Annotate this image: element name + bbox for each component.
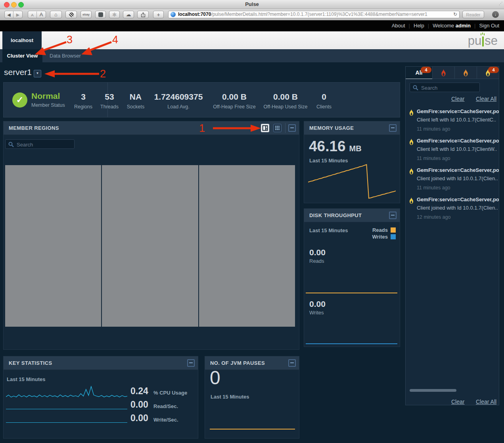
legend-writes: Writes	[372, 233, 396, 240]
cpu-usage-value: 0.24	[130, 386, 148, 397]
flame-yellow-icon	[409, 197, 414, 204]
reader-label: Reader	[466, 12, 480, 17]
back-button[interactable]: ◀	[5, 11, 13, 18]
writes-per-sec-value: 0.00	[130, 413, 148, 424]
notification-desc: Client left with Id 10.0.1.7(ClientW..	[417, 146, 498, 152]
grid-view-button[interactable]	[273, 124, 282, 132]
jvm-pauses-value: 0	[210, 367, 220, 389]
grid-icon	[275, 125, 280, 131]
notification-time: 11 minutes ago	[417, 126, 450, 132]
memory-usage-header: MEMORY USAGE	[304, 121, 400, 135]
window-title: Pulse	[0, 0, 504, 9]
notification-item[interactable]: GemFire:service=CacheServer,port=404 Cli…	[406, 138, 499, 161]
evernote-button[interactable]	[95, 11, 106, 18]
status-ok-icon: ✓	[12, 92, 27, 108]
annotation-label-4: 4	[112, 34, 118, 46]
browser-toolbar: ◀▶ AA ⌂ ebay ✱ ☁ + localhost:7070/pulse/…	[0, 9, 504, 21]
memory-usage-chart	[308, 163, 396, 200]
stat-threads: 53Threads	[100, 92, 119, 110]
notification-time: 11 minutes ago	[417, 156, 450, 161]
app-topbar: About|Help|Welcome admin|Sign Out	[0, 20, 504, 31]
downloads-button[interactable]: ↓	[492, 11, 499, 18]
host-tab-localhost[interactable]: localhost	[2, 31, 42, 49]
tab-cluster-view[interactable]: Cluster View	[2, 49, 42, 62]
reader-button[interactable]: Reader	[462, 11, 484, 18]
clear-all-link-bottom[interactable]: Clear All	[476, 399, 496, 405]
text-larger-button[interactable]: A	[37, 11, 46, 18]
divider: |	[409, 23, 410, 29]
collapse-key-statistics-button[interactable]	[187, 359, 195, 367]
region-block[interactable]	[5, 165, 101, 327]
notifications-tab-severe[interactable]	[432, 67, 454, 79]
collapse-member-regions-button[interactable]	[288, 124, 296, 132]
collapse-memory-usage-button[interactable]	[389, 124, 397, 132]
divider: |	[428, 23, 429, 29]
stat-offheap-used: 0.00 BOff-Heap Used Size	[264, 92, 308, 110]
reads-per-sec-sparkline	[6, 409, 127, 409]
notification-time: 11 minutes ago	[417, 185, 450, 191]
disk-throughput-header: DISK THROUGHPUT	[304, 209, 400, 222]
stat-sockets: NASockets	[127, 92, 144, 110]
collapse-disk-throughput-button[interactable]	[389, 212, 397, 219]
share-button[interactable]	[137, 11, 149, 18]
divider	[285, 123, 286, 133]
notifications-tab-error[interactable]	[454, 67, 477, 79]
snapback-button[interactable]: ✱	[109, 11, 120, 18]
notification-tabs: All	[406, 67, 499, 79]
notification-desc: Client joined with Id 10.0.1.7(Clien..	[417, 205, 498, 211]
address-bar[interactable]: localhost:7070/pulse/MemberDetails.html?…	[168, 11, 460, 18]
notification-time: 12 minutes ago	[417, 214, 450, 220]
disk-reads-chart-line	[306, 293, 397, 293]
disk-reads-label: Reads	[309, 258, 324, 264]
reads-per-sec-value: 0.00	[130, 399, 148, 410]
clear-link-bottom[interactable]: Clear	[451, 399, 464, 405]
ebay-button[interactable]: ebay	[80, 11, 92, 18]
notification-title: GemFire:service=CacheServer,port=404	[417, 196, 499, 202]
window-resize-icon[interactable]: ⋰	[499, 1, 502, 6]
disk-throughput-subtitle: Last 15 Minutes	[309, 227, 348, 233]
tab-data-browser[interactable]: Data Browser	[50, 49, 81, 62]
flame-yellow-icon	[409, 109, 414, 116]
member-name: server1	[4, 67, 32, 77]
new-tab-button[interactable]: +	[153, 11, 164, 18]
extension-button[interactable]	[65, 11, 77, 18]
treemap-view-button[interactable]	[261, 124, 269, 132]
collapse-jvm-pauses-button[interactable]	[288, 359, 296, 367]
member-dropdown-button[interactable]: ▼	[34, 70, 41, 77]
clear-link-top[interactable]: Clear	[451, 96, 464, 102]
regions-search-input[interactable]	[16, 140, 73, 149]
search-icon	[8, 142, 14, 147]
username: admin	[456, 23, 471, 29]
forward-button[interactable]: ▶	[13, 11, 22, 18]
icloud-button[interactable]: ☁	[123, 11, 134, 18]
stat-offheap-free: 0.00 BOff-Heap Free Size	[213, 92, 255, 110]
about-link[interactable]: About	[392, 23, 405, 29]
flame-orange-icon	[463, 69, 469, 77]
key-statistics-header: KEY STATISTICS	[4, 356, 198, 370]
notification-item[interactable]: GemFire:service=CacheServer,port=404 Cli…	[406, 108, 499, 131]
notifications-search-input[interactable]	[420, 83, 477, 92]
region-block[interactable]	[199, 165, 295, 327]
annotation-label-1: 1	[199, 122, 205, 135]
help-link[interactable]: Help	[414, 23, 424, 29]
sidebar-scrollbar[interactable]	[410, 389, 456, 392]
region-block[interactable]	[102, 165, 198, 327]
notification-item[interactable]: GemFire:service=CacheServer,port=404 Cli…	[406, 167, 499, 190]
disk-writes-value: 0.00	[309, 299, 326, 309]
home-button[interactable]: ⌂	[50, 11, 62, 18]
key-statistics-subtitle: Last 15 Minutes	[7, 376, 46, 382]
reload-button[interactable]: ↻	[453, 11, 457, 18]
warning-tab-badge: 4	[488, 67, 499, 73]
legend-reads: Reads	[372, 227, 396, 233]
text-size-buttons[interactable]: AA	[28, 11, 46, 18]
sign-out-link[interactable]: Sign Out	[479, 23, 499, 29]
welcome-label: Welcome	[433, 23, 454, 29]
text-smaller-button[interactable]: A	[28, 12, 37, 18]
notification-title: GemFire:service=CacheServer,port=404	[417, 108, 499, 114]
notification-item[interactable]: GemFire:service=CacheServer,port=404 Cli…	[406, 196, 499, 220]
back-forward-buttons[interactable]: ◀▶	[4, 11, 23, 18]
stat-load-avg: 1.724609375Load Avg.	[154, 92, 203, 110]
clear-all-link-top[interactable]: Clear All	[476, 96, 496, 102]
flame-yellow-icon	[409, 168, 414, 175]
app-header: localhost puse	[0, 31, 504, 49]
